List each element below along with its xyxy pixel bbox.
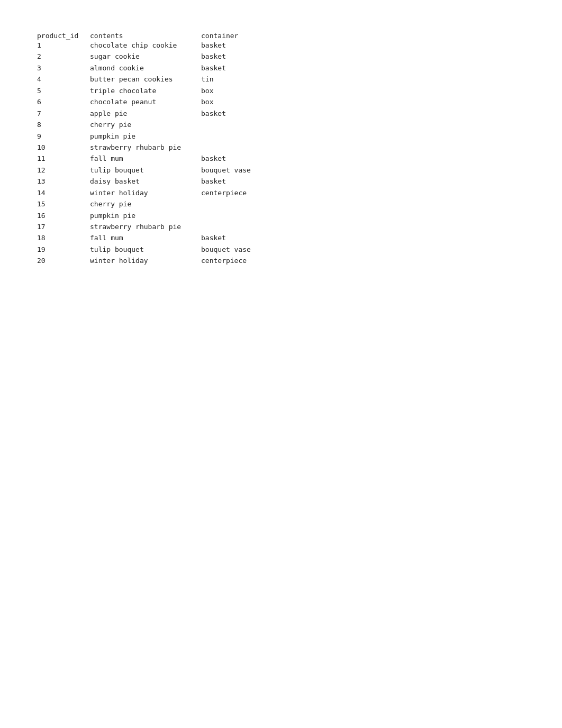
- cell-id: 19: [37, 244, 90, 255]
- table-row: 17strawberry rhubarb pie: [37, 221, 525, 232]
- cell-container: bouquet vase: [201, 165, 286, 176]
- table-row: 20winter holidaycenterpiece: [37, 255, 525, 266]
- cell-container: basket: [201, 176, 286, 187]
- cell-contents: tulip bouquet: [90, 244, 201, 255]
- cell-id: 9: [37, 131, 90, 142]
- cell-id: 20: [37, 255, 90, 266]
- table-row: 5triple chocolatebox: [37, 85, 525, 96]
- cell-id: 5: [37, 85, 90, 96]
- cell-container: basket: [201, 108, 286, 119]
- cell-id: 4: [37, 74, 90, 85]
- cell-contents: pumpkin pie: [90, 131, 201, 142]
- cell-contents: fall mum: [90, 232, 201, 243]
- header-contents: contents: [90, 32, 201, 40]
- header-product-id: product_id: [37, 32, 90, 40]
- header-container: container: [201, 32, 286, 40]
- cell-id: 11: [37, 153, 90, 164]
- cell-contents: tulip bouquet: [90, 165, 201, 176]
- table-row: 9pumpkin pie: [37, 131, 525, 142]
- cell-contents: winter holiday: [90, 187, 201, 198]
- cell-contents: strawberry rhubarb pie: [90, 221, 201, 232]
- cell-id: 18: [37, 232, 90, 243]
- cell-contents: winter holiday: [90, 255, 201, 266]
- cell-container: tin: [201, 74, 286, 85]
- cell-id: 7: [37, 108, 90, 119]
- table-row: 15cherry pie: [37, 198, 525, 210]
- cell-container: basket: [201, 51, 286, 62]
- cell-contents: apple pie: [90, 108, 201, 119]
- cell-container: [201, 131, 286, 142]
- cell-container: centerpiece: [201, 187, 286, 198]
- cell-id: 1: [37, 40, 90, 51]
- table-row: 2sugar cookiebasket: [37, 51, 525, 62]
- table-row: 19tulip bouquetbouquet vase: [37, 244, 525, 255]
- table-row: 1chocolate chip cookiebasket: [37, 40, 525, 51]
- cell-id: 3: [37, 62, 90, 74]
- table-row: 3almond cookiebasket: [37, 62, 525, 74]
- cell-contents: strawberry rhubarb pie: [90, 142, 201, 153]
- table-header: product_id contents container: [37, 32, 525, 40]
- cell-container: [201, 210, 286, 221]
- cell-contents: triple chocolate: [90, 85, 201, 96]
- cell-id: 6: [37, 96, 90, 107]
- cell-id: 10: [37, 142, 90, 153]
- cell-contents: cherry pie: [90, 198, 201, 210]
- cell-contents: butter pecan cookies: [90, 74, 201, 85]
- data-table: product_id contents container 1chocolate…: [37, 32, 525, 267]
- cell-id: 16: [37, 210, 90, 221]
- cell-container: box: [201, 96, 286, 107]
- cell-id: 14: [37, 187, 90, 198]
- cell-container: basket: [201, 153, 286, 164]
- cell-container: basket: [201, 232, 286, 243]
- cell-contents: daisy basket: [90, 176, 201, 187]
- cell-container: centerpiece: [201, 255, 286, 266]
- table-row: 12tulip bouquetbouquet vase: [37, 165, 525, 176]
- cell-id: 12: [37, 165, 90, 176]
- cell-id: 17: [37, 221, 90, 232]
- cell-container: [201, 198, 286, 210]
- cell-id: 13: [37, 176, 90, 187]
- table-row: 16pumpkin pie: [37, 210, 525, 221]
- table-row: 8cherry pie: [37, 119, 525, 130]
- table-row: 18fall mumbasket: [37, 232, 525, 243]
- cell-container: [201, 221, 286, 232]
- table-row: 10strawberry rhubarb pie: [37, 142, 525, 153]
- cell-contents: fall mum: [90, 153, 201, 164]
- table-row: 4butter pecan cookiestin: [37, 74, 525, 85]
- cell-container: basket: [201, 40, 286, 51]
- cell-container: [201, 119, 286, 130]
- cell-id: 2: [37, 51, 90, 62]
- cell-container: [201, 142, 286, 153]
- cell-container: box: [201, 85, 286, 96]
- table-row: 14winter holidaycenterpiece: [37, 187, 525, 198]
- cell-id: 8: [37, 119, 90, 130]
- table-row: 13daisy basketbasket: [37, 176, 525, 187]
- cell-container: bouquet vase: [201, 244, 286, 255]
- table-row: 7apple piebasket: [37, 108, 525, 119]
- cell-contents: cherry pie: [90, 119, 201, 130]
- cell-contents: sugar cookie: [90, 51, 201, 62]
- cell-container: basket: [201, 62, 286, 74]
- cell-contents: pumpkin pie: [90, 210, 201, 221]
- cell-id: 15: [37, 198, 90, 210]
- table-row: 11fall mumbasket: [37, 153, 525, 164]
- cell-contents: almond cookie: [90, 62, 201, 74]
- table-body: 1chocolate chip cookiebasket2sugar cooki…: [37, 40, 525, 267]
- cell-contents: chocolate peanut: [90, 96, 201, 107]
- cell-contents: chocolate chip cookie: [90, 40, 201, 51]
- table-row: 6chocolate peanutbox: [37, 96, 525, 107]
